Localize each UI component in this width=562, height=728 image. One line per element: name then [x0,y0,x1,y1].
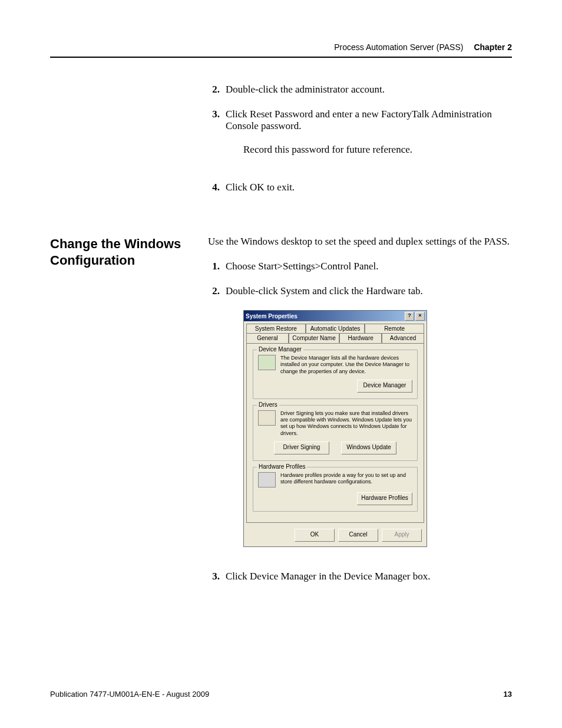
apply-button[interactable]: Apply [382,529,422,542]
step-text: Double-click System and click the Hardwa… [226,285,423,297]
step-number: 2. [208,84,220,95]
step-text: Click Reset Password and enter a new Fac… [226,108,492,131]
tab-strip: System Restore Automatic Updates Remote … [246,324,424,343]
drivers-text: Driver Signing lets you make sure that i… [280,410,412,437]
publication-id: Publication 7477-UM001A-EN-E - August 20… [50,690,209,699]
dialog-title: System Properties [246,313,297,319]
doc-section: Process Automation Server (PASS) [334,42,463,52]
device-manager-text: The Device Manager lists all the hardwar… [280,355,412,375]
help-icon[interactable]: ? [405,312,414,321]
steps-continuation: 2. Double-click the administrator accoun… [208,84,512,206]
tab-system-restore[interactable]: System Restore [246,324,306,333]
close-icon[interactable]: × [415,312,425,321]
step-text: Choose Start>Settings>Control Panel. [226,261,379,272]
windows-update-button[interactable]: Windows Update [341,442,396,454]
device-manager-button[interactable]: Device Manager [357,380,412,393]
ok-button[interactable]: OK [295,529,335,542]
hardware-tab-page: Device Manager The Device Manager lists … [246,343,424,523]
step-row: 3. Click Reset Password and enter a new … [208,108,512,169]
step-row: 2. Double-click the administrator accoun… [208,84,512,95]
group-legend: Drivers [257,401,279,408]
step-text: Click OK to exit. [226,182,295,193]
group-legend: Hardware Profiles [257,463,307,470]
hardware-profiles-text: Hardware profiles provide a way for you … [280,472,412,487]
tab-advanced[interactable]: Advanced [382,333,424,343]
hardware-profiles-group: Hardware Profiles Hardware profiles prov… [253,467,418,512]
tab-general[interactable]: General [246,333,289,343]
step-row: 1. Choose Start>Settings>Control Panel. [208,261,512,272]
section-heading: Change the Windows Configuration [50,236,197,595]
step-number: 2. [208,285,220,297]
step-note: Record this password for future referenc… [243,144,512,156]
section-intro: Use the Windows desktop to set the speed… [208,236,512,248]
driver-signing-button[interactable]: Driver Signing [274,442,329,454]
step-text: Click Device Manager in the Device Manag… [226,571,430,582]
tab-automatic-updates[interactable]: Automatic Updates [306,324,365,333]
page-number: 13 [504,690,512,699]
tab-computer-name[interactable]: Computer Name [289,333,339,343]
page-footer: Publication 7477-UM001A-EN-E - August 20… [50,690,512,699]
device-manager-group: Device Manager The Device Manager lists … [253,350,418,399]
device-manager-icon [258,355,276,370]
step-row: 2. Double-click System and click the Har… [208,285,512,297]
group-legend: Device Manager [257,346,303,353]
drivers-group: Drivers Driver Signing lets you make sur… [253,405,418,461]
step-number: 3. [208,108,220,169]
chapter-label: Chapter 2 [474,42,512,52]
driver-signing-icon [258,410,276,426]
cancel-button[interactable]: Cancel [338,529,378,542]
hardware-profiles-icon [258,472,276,487]
running-head: Process Automation Server (PASS) Chapter… [50,42,512,52]
dialog-titlebar[interactable]: System Properties ? × [244,311,427,321]
dialog-button-row: OK Cancel Apply [244,526,427,546]
hardware-profiles-button[interactable]: Hardware Profiles [357,492,412,505]
header-rule [50,57,512,58]
step-text: Double-click the administrator account. [226,84,385,95]
system-properties-dialog: System Properties ? × System Restore Aut… [243,310,427,547]
step-row: 4. Click OK to exit. [208,182,512,193]
step-number: 4. [208,182,220,193]
tab-remote[interactable]: Remote [365,324,424,333]
step-row: 3. Click Device Manager in the Device Ma… [208,571,512,582]
step-number: 1. [208,261,220,272]
step-number: 3. [208,571,220,582]
tab-hardware[interactable]: Hardware [339,333,382,343]
